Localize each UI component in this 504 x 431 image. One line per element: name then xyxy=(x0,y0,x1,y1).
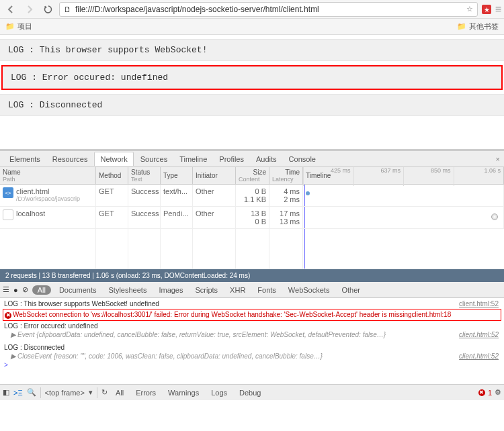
tab-profiles[interactable]: Profiles xyxy=(214,152,249,166)
error-icon: ✖ xyxy=(478,389,485,396)
clear-icon[interactable]: ⊘ xyxy=(22,285,28,294)
svg-text:★: ★ xyxy=(483,6,489,13)
console-output: LOG : This browser supports WebSocket! u… xyxy=(0,298,504,384)
back-button[interactable] xyxy=(3,2,19,17)
network-request-row[interactable]: <>client.html/D:/workspace/javascrip GET… xyxy=(0,185,504,207)
expand-icon[interactable]: ▶ xyxy=(11,352,16,360)
error-icon: ✖ xyxy=(5,312,11,319)
devtools-tabs: Elements Resources Network Sources Timel… xyxy=(0,151,504,167)
reload-button[interactable] xyxy=(40,2,56,17)
tab-audits[interactable]: Audits xyxy=(251,152,282,166)
dock-icon[interactable]: ◧ xyxy=(3,388,9,397)
tab-resources[interactable]: Resources xyxy=(47,152,93,166)
console-prompt[interactable]: > xyxy=(3,361,501,369)
browser-toolbar: 🗋 file:///D:/workspace/javascript/nodejs… xyxy=(0,0,504,19)
filter-fonts[interactable]: Fonts xyxy=(253,285,280,295)
filter-debug[interactable]: Debug xyxy=(235,387,265,398)
log-line: LOG : Disconnected xyxy=(0,94,504,116)
console-event-detail: ▶Event {clipboardData: undefined, cancel… xyxy=(3,330,501,339)
filter-xhr[interactable]: XHR xyxy=(226,285,249,295)
folder-icon: 📁 xyxy=(5,22,15,31)
list-view-icon[interactable]: ☰ xyxy=(3,285,9,294)
url-bar[interactable]: 🗋 file:///D:/workspace/javascript/nodejs… xyxy=(59,2,478,17)
bookmark-folder[interactable]: 📁项目 xyxy=(5,21,32,32)
devtools-bottom-bar: ◧ >Ξ 🔍 <top frame>▾ ↻ All Errors Warning… xyxy=(0,384,504,400)
filter-all[interactable]: All xyxy=(112,387,128,398)
bookmark-star-icon[interactable]: ☆ xyxy=(466,5,473,13)
extension-icon[interactable]: ★ xyxy=(480,3,493,15)
console-event-detail: ▶CloseEvent {reason: "", code: 1006, was… xyxy=(3,352,501,361)
chevron-down-icon[interactable]: ▾ xyxy=(89,388,93,397)
filter-warnings[interactable]: Warnings xyxy=(164,387,203,398)
log-line: LOG : This browser supports WebSocket! xyxy=(0,39,504,61)
url-text: file:///D:/workspace/javascript/nodejs-s… xyxy=(75,5,462,14)
network-table-header: NamePath Method StatusText Type Initiato… xyxy=(0,167,504,185)
inspect-icon[interactable]: 🔍 xyxy=(27,388,36,397)
filter-images[interactable]: Images xyxy=(155,285,187,295)
bookmarks-bar: 📁项目 📁其他书签 xyxy=(0,19,504,35)
tab-elements[interactable]: Elements xyxy=(4,152,46,166)
filter-other[interactable]: Other xyxy=(337,285,364,295)
filter-websockets[interactable]: WebSockets xyxy=(284,285,334,295)
tab-sources[interactable]: Sources xyxy=(135,152,173,166)
clear-console-icon[interactable]: ↻ xyxy=(101,388,108,397)
console-error-line: ✖WebSocket connection to 'ws://localhost… xyxy=(3,309,501,321)
frame-selector[interactable]: <top frame> xyxy=(45,389,85,397)
filter-documents[interactable]: Documents xyxy=(55,285,101,295)
filter-all[interactable]: All xyxy=(32,285,51,295)
file-icon: 🗋 xyxy=(64,5,71,13)
page-viewport: LOG : This browser supports WebSocket! L… xyxy=(0,35,504,149)
forward-button[interactable] xyxy=(22,2,38,17)
console-log-line: LOG : Disconnected xyxy=(3,343,501,352)
filter-stylesheets[interactable]: Stylesheets xyxy=(105,285,151,295)
network-summary: 2 requests | 13 B transferred | 1.06 s (… xyxy=(0,269,504,282)
folder-icon: 📁 xyxy=(457,22,466,31)
devtools-close-icon[interactable]: × xyxy=(496,155,500,163)
console-toggle-icon[interactable]: >Ξ xyxy=(13,389,23,397)
expand-icon[interactable]: ▶ xyxy=(11,331,16,338)
html-file-icon: <> xyxy=(3,187,13,198)
error-highlight: LOG : Error occured: undefined xyxy=(1,65,503,90)
settings-icon[interactable]: ⚙ xyxy=(495,388,501,397)
network-request-row[interactable]: localhost GET Success Pendi... Other 13 … xyxy=(0,207,504,229)
console-log-line: LOG : This browser supports WebSocket! u… xyxy=(3,299,501,308)
tab-console[interactable]: Console xyxy=(284,152,321,166)
error-count-badge[interactable]: ✖1 xyxy=(478,389,492,397)
other-bookmarks[interactable]: 📁其他书签 xyxy=(457,21,499,32)
filter-errors[interactable]: Errors xyxy=(132,387,160,398)
console-filter-bar: ☰ ● ⊘ All Documents Stylesheets Images S… xyxy=(0,282,504,298)
devtools-panel: Elements Resources Network Sources Timel… xyxy=(0,149,504,400)
record-icon[interactable]: ● xyxy=(13,286,18,294)
filter-logs[interactable]: Logs xyxy=(207,387,231,398)
console-log-line: LOG : Error occured: undefined xyxy=(3,322,501,330)
menu-icon[interactable]: ≡ xyxy=(495,3,501,15)
log-line: LOG : Error occured: undefined xyxy=(3,66,501,89)
blank-file-icon xyxy=(3,209,13,220)
tab-timeline[interactable]: Timeline xyxy=(174,152,212,166)
tab-network[interactable]: Network xyxy=(94,152,133,166)
filter-scripts[interactable]: Scripts xyxy=(191,285,222,295)
timeline-ticks: 425 ms 637 ms 850 ms 1.06 s xyxy=(303,167,503,186)
